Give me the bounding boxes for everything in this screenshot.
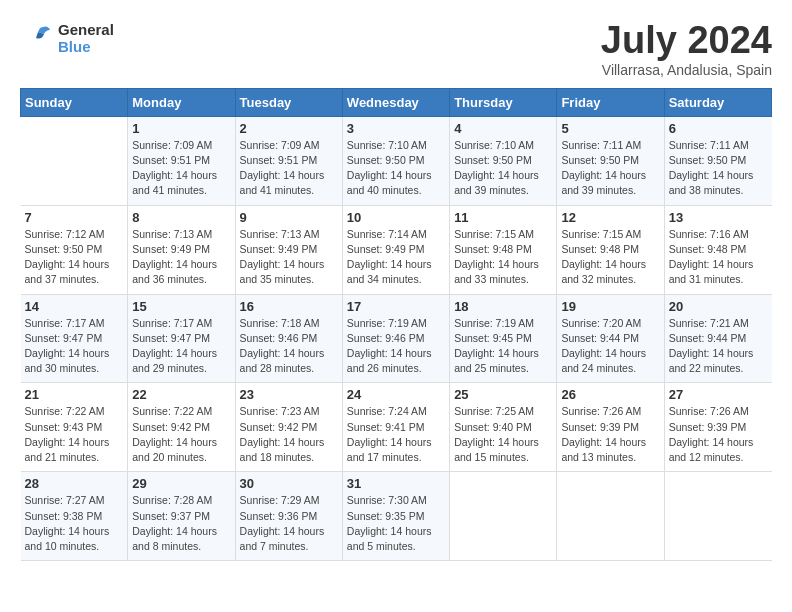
day-number: 7 <box>25 210 124 225</box>
day-info: Sunrise: 7:20 AMSunset: 9:44 PMDaylight:… <box>561 316 659 377</box>
day-info: Sunrise: 7:23 AMSunset: 9:42 PMDaylight:… <box>240 404 338 465</box>
calendar-cell: 2Sunrise: 7:09 AMSunset: 9:51 PMDaylight… <box>235 116 342 205</box>
calendar-cell: 22Sunrise: 7:22 AMSunset: 9:42 PMDayligh… <box>128 383 235 472</box>
calendar-cell: 13Sunrise: 7:16 AMSunset: 9:48 PMDayligh… <box>664 205 771 294</box>
day-info: Sunrise: 7:27 AMSunset: 9:38 PMDaylight:… <box>25 493 124 554</box>
calendar-cell: 12Sunrise: 7:15 AMSunset: 9:48 PMDayligh… <box>557 205 664 294</box>
logo-text: General Blue <box>58 21 114 56</box>
day-info: Sunrise: 7:26 AMSunset: 9:39 PMDaylight:… <box>561 404 659 465</box>
calendar-cell: 25Sunrise: 7:25 AMSunset: 9:40 PMDayligh… <box>450 383 557 472</box>
logo-bird-icon <box>20 20 52 56</box>
day-number: 25 <box>454 387 552 402</box>
weekday-header-friday: Friday <box>557 88 664 116</box>
day-number: 5 <box>561 121 659 136</box>
day-number: 18 <box>454 299 552 314</box>
calendar-cell: 26Sunrise: 7:26 AMSunset: 9:39 PMDayligh… <box>557 383 664 472</box>
calendar-cell: 9Sunrise: 7:13 AMSunset: 9:49 PMDaylight… <box>235 205 342 294</box>
calendar-cell: 5Sunrise: 7:11 AMSunset: 9:50 PMDaylight… <box>557 116 664 205</box>
day-number: 28 <box>25 476 124 491</box>
day-info: Sunrise: 7:19 AMSunset: 9:45 PMDaylight:… <box>454 316 552 377</box>
day-number: 4 <box>454 121 552 136</box>
day-info: Sunrise: 7:13 AMSunset: 9:49 PMDaylight:… <box>240 227 338 288</box>
weekday-header-thursday: Thursday <box>450 88 557 116</box>
day-number: 17 <box>347 299 445 314</box>
day-number: 27 <box>669 387 768 402</box>
day-info: Sunrise: 7:11 AMSunset: 9:50 PMDaylight:… <box>669 138 768 199</box>
calendar-cell: 30Sunrise: 7:29 AMSunset: 9:36 PMDayligh… <box>235 472 342 561</box>
calendar-cell: 21Sunrise: 7:22 AMSunset: 9:43 PMDayligh… <box>21 383 128 472</box>
weekday-header-sunday: Sunday <box>21 88 128 116</box>
weekday-header-wednesday: Wednesday <box>342 88 449 116</box>
day-info: Sunrise: 7:11 AMSunset: 9:50 PMDaylight:… <box>561 138 659 199</box>
title-block: July 2024 Villarrasa, Andalusia, Spain <box>601 20 772 78</box>
day-info: Sunrise: 7:24 AMSunset: 9:41 PMDaylight:… <box>347 404 445 465</box>
calendar-cell: 7Sunrise: 7:12 AMSunset: 9:50 PMDaylight… <box>21 205 128 294</box>
day-number: 11 <box>454 210 552 225</box>
day-number: 21 <box>25 387 124 402</box>
day-info: Sunrise: 7:18 AMSunset: 9:46 PMDaylight:… <box>240 316 338 377</box>
day-number: 13 <box>669 210 768 225</box>
page-header: General Blue July 2024 Villarrasa, Andal… <box>20 20 772 78</box>
calendar-cell: 10Sunrise: 7:14 AMSunset: 9:49 PMDayligh… <box>342 205 449 294</box>
logo-container: General Blue <box>20 20 114 56</box>
calendar-table: SundayMondayTuesdayWednesdayThursdayFrid… <box>20 88 772 561</box>
day-number: 24 <box>347 387 445 402</box>
day-number: 6 <box>669 121 768 136</box>
day-number: 2 <box>240 121 338 136</box>
day-info: Sunrise: 7:19 AMSunset: 9:46 PMDaylight:… <box>347 316 445 377</box>
day-number: 29 <box>132 476 230 491</box>
calendar-cell: 23Sunrise: 7:23 AMSunset: 9:42 PMDayligh… <box>235 383 342 472</box>
day-number: 10 <box>347 210 445 225</box>
day-number: 16 <box>240 299 338 314</box>
day-number: 31 <box>347 476 445 491</box>
calendar-cell: 28Sunrise: 7:27 AMSunset: 9:38 PMDayligh… <box>21 472 128 561</box>
weekday-header-tuesday: Tuesday <box>235 88 342 116</box>
day-number: 12 <box>561 210 659 225</box>
day-number: 15 <box>132 299 230 314</box>
day-number: 1 <box>132 121 230 136</box>
day-number: 30 <box>240 476 338 491</box>
day-number: 26 <box>561 387 659 402</box>
day-number: 14 <box>25 299 124 314</box>
calendar-cell: 6Sunrise: 7:11 AMSunset: 9:50 PMDaylight… <box>664 116 771 205</box>
day-number: 9 <box>240 210 338 225</box>
calendar-cell: 11Sunrise: 7:15 AMSunset: 9:48 PMDayligh… <box>450 205 557 294</box>
weekday-header-saturday: Saturday <box>664 88 771 116</box>
day-info: Sunrise: 7:15 AMSunset: 9:48 PMDaylight:… <box>561 227 659 288</box>
calendar-cell: 29Sunrise: 7:28 AMSunset: 9:37 PMDayligh… <box>128 472 235 561</box>
calendar-cell: 16Sunrise: 7:18 AMSunset: 9:46 PMDayligh… <box>235 294 342 383</box>
day-info: Sunrise: 7:25 AMSunset: 9:40 PMDaylight:… <box>454 404 552 465</box>
day-info: Sunrise: 7:12 AMSunset: 9:50 PMDaylight:… <box>25 227 124 288</box>
day-number: 22 <box>132 387 230 402</box>
calendar-cell <box>21 116 128 205</box>
day-info: Sunrise: 7:29 AMSunset: 9:36 PMDaylight:… <box>240 493 338 554</box>
month-title: July 2024 <box>601 20 772 62</box>
calendar-cell: 31Sunrise: 7:30 AMSunset: 9:35 PMDayligh… <box>342 472 449 561</box>
calendar-cell: 3Sunrise: 7:10 AMSunset: 9:50 PMDaylight… <box>342 116 449 205</box>
day-info: Sunrise: 7:10 AMSunset: 9:50 PMDaylight:… <box>347 138 445 199</box>
day-info: Sunrise: 7:22 AMSunset: 9:43 PMDaylight:… <box>25 404 124 465</box>
day-info: Sunrise: 7:09 AMSunset: 9:51 PMDaylight:… <box>132 138 230 199</box>
day-number: 20 <box>669 299 768 314</box>
day-info: Sunrise: 7:22 AMSunset: 9:42 PMDaylight:… <box>132 404 230 465</box>
logo: General Blue <box>20 20 114 56</box>
day-info: Sunrise: 7:28 AMSunset: 9:37 PMDaylight:… <box>132 493 230 554</box>
calendar-cell: 1Sunrise: 7:09 AMSunset: 9:51 PMDaylight… <box>128 116 235 205</box>
calendar-cell: 19Sunrise: 7:20 AMSunset: 9:44 PMDayligh… <box>557 294 664 383</box>
calendar-cell: 20Sunrise: 7:21 AMSunset: 9:44 PMDayligh… <box>664 294 771 383</box>
day-number: 19 <box>561 299 659 314</box>
day-info: Sunrise: 7:17 AMSunset: 9:47 PMDaylight:… <box>25 316 124 377</box>
calendar-cell: 17Sunrise: 7:19 AMSunset: 9:46 PMDayligh… <box>342 294 449 383</box>
day-info: Sunrise: 7:16 AMSunset: 9:48 PMDaylight:… <box>669 227 768 288</box>
calendar-cell: 27Sunrise: 7:26 AMSunset: 9:39 PMDayligh… <box>664 383 771 472</box>
day-info: Sunrise: 7:26 AMSunset: 9:39 PMDaylight:… <box>669 404 768 465</box>
day-info: Sunrise: 7:14 AMSunset: 9:49 PMDaylight:… <box>347 227 445 288</box>
day-info: Sunrise: 7:09 AMSunset: 9:51 PMDaylight:… <box>240 138 338 199</box>
day-info: Sunrise: 7:17 AMSunset: 9:47 PMDaylight:… <box>132 316 230 377</box>
calendar-cell: 8Sunrise: 7:13 AMSunset: 9:49 PMDaylight… <box>128 205 235 294</box>
calendar-cell <box>557 472 664 561</box>
day-number: 8 <box>132 210 230 225</box>
calendar-cell: 24Sunrise: 7:24 AMSunset: 9:41 PMDayligh… <box>342 383 449 472</box>
calendar-cell <box>450 472 557 561</box>
day-info: Sunrise: 7:10 AMSunset: 9:50 PMDaylight:… <box>454 138 552 199</box>
